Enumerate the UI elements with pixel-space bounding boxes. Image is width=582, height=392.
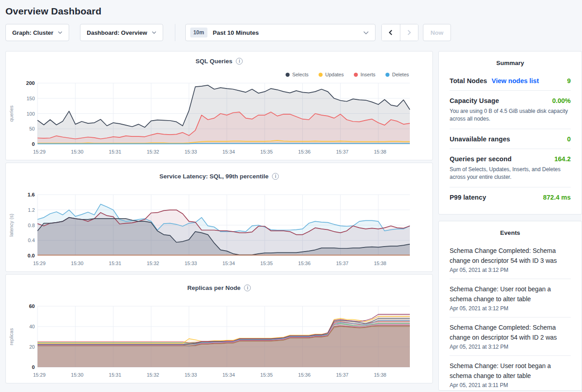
chevron-down-icon [152, 31, 156, 34]
capacity-usage-value: 0.00% [552, 97, 571, 104]
sidebar: Summary Total Nodes View nodes list 9 Ca… [438, 51, 582, 391]
svg-text:50: 50 [29, 126, 35, 131]
replicas-per-node-chart[interactable]: 020406015:2915:3015:3115:3215:3315:3415:… [6, 303, 433, 379]
svg-text:15:30: 15:30 [71, 372, 84, 378]
capacity-usage-description: You are using 0 B of 4.5 GiB usable disk… [450, 107, 571, 123]
svg-text:60: 60 [29, 303, 35, 309]
svg-text:1.6: 1.6 [28, 192, 35, 197]
svg-text:15:36: 15:36 [298, 372, 311, 378]
svg-text:15:36: 15:36 [298, 261, 311, 266]
summary-item-p99-latency: P99 latency 872.4 ms [450, 187, 571, 207]
dashboard-dropdown[interactable]: Dashboard: Overview [80, 24, 163, 41]
svg-text:200: 200 [26, 80, 35, 86]
prev-time-button[interactable] [382, 24, 400, 41]
event-item: Schema Change Completed: Schema change o… [450, 241, 571, 279]
page-title: Overview Dashboard [5, 0, 582, 24]
svg-text:150: 150 [27, 96, 35, 101]
svg-text:15:29: 15:29 [33, 372, 46, 378]
graph-dropdown[interactable]: Graph: Cluster [5, 24, 69, 41]
event-item: Schema Change: User root began a schema … [450, 356, 571, 391]
unavailable-ranges-value: 0 [567, 135, 571, 143]
event-item: Schema Change Completed: Schema change o… [450, 317, 571, 356]
total-nodes-value: 9 [567, 77, 571, 84]
events-panel: Events Schema Change Completed: Schema c… [438, 221, 582, 391]
svg-text:40: 40 [29, 324, 35, 329]
chart-title-row: SQL Queries i [6, 58, 432, 65]
svg-text:15:30: 15:30 [71, 149, 84, 154]
svg-text:0.4: 0.4 [28, 238, 35, 243]
charts-column: SQL Queries i Selects Updates Inserts [5, 51, 433, 383]
toolbar-divider [175, 24, 175, 41]
p99-latency-value: 872.4 ms [543, 194, 571, 201]
event-timestamp: Apr 05, 2021 at 3:11 PM [450, 382, 571, 388]
event-timestamp: Apr 05, 2021 at 3:12 PM [450, 305, 571, 312]
info-icon[interactable]: i [236, 58, 243, 65]
svg-text:15:34: 15:34 [222, 149, 235, 154]
dashboard-dropdown-label: Dashboard: Overview [87, 29, 147, 36]
svg-text:15:32: 15:32 [147, 261, 160, 266]
info-icon[interactable]: i [244, 285, 251, 291]
chevron-down-icon [363, 31, 369, 34]
event-timestamp: Apr 05, 2021 at 3:12 PM [450, 267, 571, 273]
summary-heading: Summary [439, 51, 582, 71]
legend-item-inserts: Inserts [354, 72, 375, 77]
svg-text:15:33: 15:33 [184, 149, 197, 154]
chevron-down-icon [58, 31, 62, 34]
svg-text:15:38: 15:38 [374, 372, 386, 378]
sql-queries-chart-card: SQL Queries i Selects Updates Inserts [5, 51, 433, 160]
chart-title: Service Latency: SQL, 99th percentile [160, 173, 269, 180]
legend-dot [385, 73, 390, 77]
summary-item-capacity-usage: Capacity Usage 0.00% You are using 0 B o… [450, 91, 571, 129]
chart-title-row: Service Latency: SQL, 99th percentile i [6, 173, 432, 180]
svg-text:15:37: 15:37 [336, 261, 349, 266]
event-item: Schema Change: User root began a schema … [450, 279, 571, 317]
svg-text:15:29: 15:29 [33, 261, 46, 266]
now-button[interactable]: Now [423, 24, 451, 41]
toolbar: Graph: Cluster Dashboard: Overview 10m P… [5, 24, 582, 41]
event-timestamp: Apr 05, 2021 at 3:12 PM [450, 344, 571, 350]
svg-text:15:30: 15:30 [71, 261, 84, 266]
legend-item-deletes: Deletes [385, 72, 409, 77]
svg-text:0.8: 0.8 [28, 223, 35, 228]
time-pager [381, 24, 418, 41]
view-nodes-list-link[interactable]: View nodes list [492, 77, 539, 84]
overview-dashboard-page: Overview Dashboard Graph: Cluster Dashbo… [0, 0, 582, 391]
svg-text:1.2: 1.2 [28, 207, 35, 213]
svg-text:15:38: 15:38 [374, 149, 386, 154]
time-range-badge: 10m [190, 28, 207, 37]
svg-text:15:31: 15:31 [109, 149, 122, 154]
legend-dot [354, 73, 358, 77]
graph-dropdown-label: Graph: Cluster [12, 29, 53, 36]
svg-text:0: 0 [32, 141, 35, 147]
next-time-button[interactable] [400, 24, 418, 41]
time-range-selector[interactable]: 10m Past 10 Minutes [185, 24, 375, 41]
summary-item-queries-per-second: Queries per second 164.2 Sum of Selects,… [450, 149, 571, 187]
summary-item-total-nodes: Total Nodes View nodes list 9 [450, 71, 571, 91]
legend-dot [319, 73, 323, 77]
queries-per-second-description: Sum of Selects, Updates, Inserts, and De… [450, 166, 571, 181]
svg-text:15:31: 15:31 [109, 261, 122, 266]
time-range-value: Past 10 Minutes [213, 29, 363, 36]
svg-text:replicas: replicas [9, 328, 14, 345]
info-icon[interactable]: i [272, 173, 279, 180]
svg-text:latency (s): latency (s) [9, 214, 14, 237]
legend-item-selects: Selects [286, 72, 309, 77]
svg-text:15:32: 15:32 [147, 372, 160, 378]
svg-text:queries: queries [9, 105, 14, 122]
svg-text:15:37: 15:37 [336, 149, 349, 154]
service-latency-chart[interactable]: 0.00.40.81.21.615:2915:3015:3115:3215:33… [6, 192, 433, 268]
svg-text:15:35: 15:35 [260, 372, 273, 378]
chart-title-row: Replicas per Node i [6, 285, 432, 291]
dashboard-content: SQL Queries i Selects Updates Inserts [5, 51, 582, 391]
svg-text:15:29: 15:29 [33, 149, 46, 154]
replicas-per-node-chart-card: Replicas per Node i 020406015:2915:3015:… [5, 274, 433, 383]
chart-title: SQL Queries [196, 58, 233, 65]
svg-text:15:33: 15:33 [184, 372, 197, 378]
sql-queries-chart[interactable]: 05010015020015:2915:3015:3115:3215:3315:… [6, 80, 433, 156]
svg-text:15:36: 15:36 [298, 149, 311, 154]
service-latency-chart-card: Service Latency: SQL, 99th percentile i … [5, 163, 433, 272]
summary-panel: Summary Total Nodes View nodes list 9 Ca… [438, 51, 582, 215]
svg-text:15:37: 15:37 [336, 372, 349, 378]
svg-text:15:38: 15:38 [374, 261, 386, 266]
chevron-right-icon [406, 29, 412, 36]
